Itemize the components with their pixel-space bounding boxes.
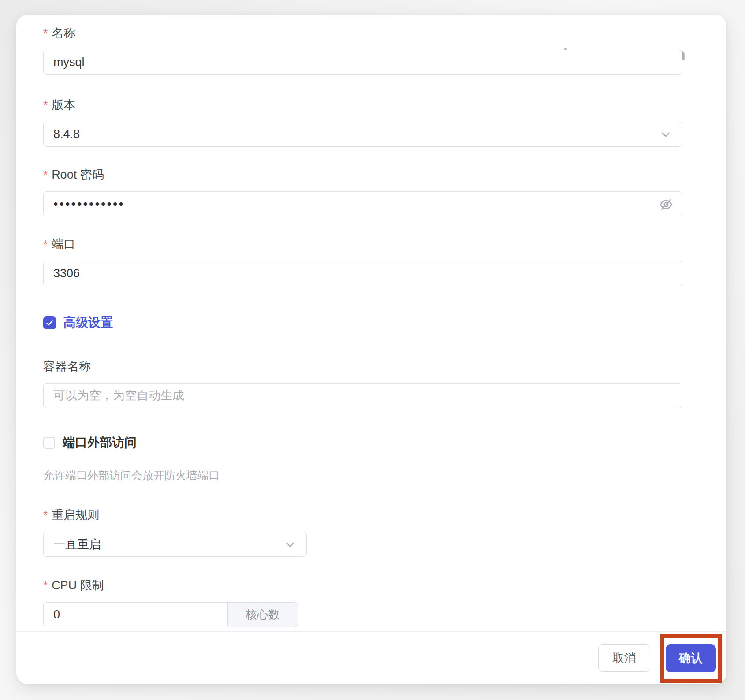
external-access-label: 端口外部访问 xyxy=(63,434,137,451)
container-name-input[interactable] xyxy=(43,383,682,408)
required-asterisk: * xyxy=(43,577,48,593)
cancel-button[interactable]: 取消 xyxy=(598,644,650,672)
port-input[interactable] xyxy=(43,261,682,286)
advanced-settings-checkbox-row[interactable]: 高级设置 xyxy=(43,316,682,329)
restart-rule-select[interactable]: 一直重启 xyxy=(43,532,307,557)
version-label-text: 版本 xyxy=(52,97,75,113)
container-name-label: 容器名称 xyxy=(43,358,682,374)
cpu-limit-label: * CPU 限制 xyxy=(43,577,682,593)
root-password-label: * Root 密码 xyxy=(43,167,682,182)
external-access-checkbox[interactable] xyxy=(43,437,55,449)
version-label: * 版本 xyxy=(43,97,682,113)
cpu-limit-field: 核心数 xyxy=(43,602,298,627)
cpu-limit-label-text: CPU 限制 xyxy=(52,577,104,593)
confirm-button[interactable]: 确认 xyxy=(666,644,716,672)
dialog-footer: 取消 确认 xyxy=(16,631,726,684)
database-form: * 名称 * 版本 8.4.8 * Root 密码 xyxy=(16,15,726,631)
external-access-helper-text: 允许端口外部访问会放开防火墙端口 xyxy=(43,468,682,482)
restart-rule-label-text: 重启规则 xyxy=(52,507,99,523)
container-name-label-text: 容器名称 xyxy=(43,358,91,374)
chevron-down-icon xyxy=(659,128,672,141)
name-label-text: 名称 xyxy=(52,25,75,41)
root-password-label-text: Root 密码 xyxy=(52,167,104,182)
create-database-dialog: legacyvps.com * 名称 * 版本 8.4.8 * Root 密码 xyxy=(16,15,726,684)
version-select-value: 8.4.8 xyxy=(53,127,80,141)
chevron-down-icon xyxy=(283,538,297,551)
required-asterisk: * xyxy=(43,236,48,252)
confirm-annotation-highlight: 确认 xyxy=(660,634,722,683)
required-asterisk: * xyxy=(43,167,48,182)
version-select[interactable]: 8.4.8 xyxy=(43,122,682,147)
cpu-limit-input[interactable] xyxy=(43,602,227,627)
required-asterisk: * xyxy=(43,25,48,41)
advanced-settings-label: 高级设置 xyxy=(63,314,113,331)
restart-rule-label: * 重启规则 xyxy=(43,507,682,523)
restart-rule-select-value: 一直重启 xyxy=(53,536,101,552)
check-icon xyxy=(45,319,54,327)
port-label-text: 端口 xyxy=(52,236,75,252)
required-asterisk: * xyxy=(43,97,48,113)
port-label: * 端口 xyxy=(43,236,682,252)
external-access-checkbox-row[interactable]: 端口外部访问 xyxy=(43,436,682,449)
name-label: * 名称 xyxy=(43,25,682,41)
name-input[interactable] xyxy=(43,50,682,75)
root-password-input[interactable] xyxy=(43,191,682,216)
root-password-field xyxy=(43,191,682,216)
cpu-limit-suffix: 核心数 xyxy=(227,602,298,627)
eye-off-icon[interactable] xyxy=(659,197,674,212)
required-asterisk: * xyxy=(43,507,48,523)
advanced-settings-checkbox[interactable] xyxy=(43,316,56,329)
